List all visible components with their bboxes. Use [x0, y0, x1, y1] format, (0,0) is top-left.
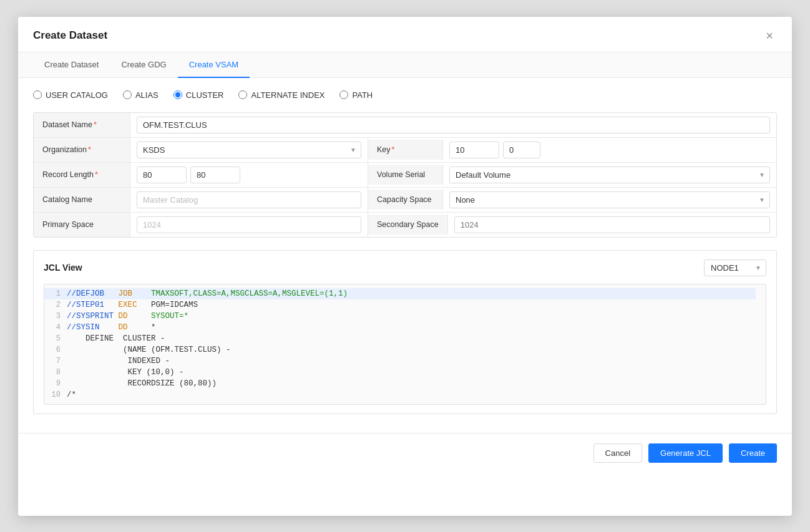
line-content-7: INDEXED -	[67, 357, 756, 365]
line-num-6: 6	[44, 346, 67, 354]
jcl-code-container[interactable]: 1 //DEFJOB JOB TMAXSOFT,CLASS=A,MSGCLASS…	[44, 284, 766, 405]
radio-label-user-catalog: USER CATALOG	[46, 90, 108, 100]
secondary-label: Secondary Space	[368, 215, 448, 235]
tab-create-dataset[interactable]: Create Dataset	[33, 52, 110, 78]
capacity-label: Capacity Space	[368, 190, 443, 210]
jcl-line-2: 2 //STEP01 EXEC PGM=IDCAMS	[44, 299, 756, 311]
radio-input-cluster[interactable]	[173, 90, 182, 99]
radio-alias[interactable]: ALIAS	[123, 90, 159, 100]
primary-label: Primary Space	[34, 213, 130, 237]
jcl-line-10: 10 /*	[44, 389, 756, 400]
line-num-3: 3	[44, 312, 67, 321]
radio-cluster[interactable]: CLUSTER	[173, 90, 224, 100]
reclen-field	[130, 163, 368, 187]
primary-input[interactable]	[137, 216, 361, 233]
jcl-line-9: 9 RECORDSIZE (80,80))	[44, 378, 756, 389]
vol-select-wrapper: Default Volume ▼	[449, 167, 770, 183]
reclen-input-2[interactable]	[190, 167, 240, 183]
jcl-line-4: 4 //SYSIN DD *	[44, 322, 756, 333]
line-content-6: (NAME (OFM.TEST.CLUS) -	[67, 346, 756, 354]
line-num-8: 8	[44, 368, 67, 377]
generate-jcl-button[interactable]: Generate JCL	[648, 443, 723, 463]
radio-alternate-index[interactable]: ALTERNATE INDEX	[238, 90, 324, 100]
capacity-select-wrapper: None CYL TRK REC KB MB ▼	[449, 191, 770, 208]
dataset-name-input[interactable]	[137, 117, 770, 133]
key-input-1[interactable]	[449, 142, 499, 158]
capacity-cell: Capacity Space None CYL TRK REC KB MB	[368, 188, 776, 212]
vol-field: Default Volume ▼	[443, 163, 776, 187]
dataset-name-field	[130, 113, 776, 137]
vol-select[interactable]: Default Volume	[449, 167, 770, 183]
form-section: Dataset Name * Organization * KSDS	[33, 112, 777, 238]
catalog-input[interactable]	[137, 191, 361, 208]
jcl-line-3: 3 //SYSPRINT DD SYSOUT=*	[44, 311, 756, 322]
line-content-2: //STEP01 EXEC PGM=IDCAMS	[67, 301, 756, 309]
jcl-section: JCL View NODE1 NODE2 ▼ 1 //DEFJOB JOB TM…	[33, 250, 777, 414]
secondary-cell: Secondary Space	[368, 213, 776, 237]
dataset-name-label: Dataset Name *	[34, 113, 130, 137]
org-select[interactable]: KSDS ESDS RRDS LDS	[137, 142, 361, 158]
org-key-row: Organization * KSDS ESDS RRDS LDS ▼	[34, 138, 776, 163]
modal-footer: Cancel Generate JCL Create	[18, 433, 792, 473]
line-num-7: 7	[44, 357, 67, 365]
radio-input-user-catalog[interactable]	[33, 90, 42, 99]
line-content-3: //SYSPRINT DD SYSOUT=*	[67, 312, 756, 321]
jcl-line-1: 1 //DEFJOB JOB TMAXSOFT,CLASS=A,MSGCLASS…	[44, 288, 756, 299]
reclen-label: Record Length *	[34, 163, 130, 187]
modal-title: Create Dataset	[33, 29, 107, 42]
line-num-9: 9	[44, 379, 67, 388]
primary-field	[130, 213, 368, 237]
line-num-4: 4	[44, 323, 67, 332]
required-star: *	[94, 120, 97, 129]
key-cell: Key *	[368, 138, 776, 162]
node-select[interactable]: NODE1 NODE2	[704, 259, 766, 276]
org-field: KSDS ESDS RRDS LDS ▼	[130, 138, 368, 162]
create-dataset-modal: Create Dataset × Create Dataset Create G…	[18, 17, 792, 516]
capacity-select[interactable]: None CYL TRK REC KB MB	[449, 191, 770, 208]
radio-input-path[interactable]	[339, 90, 348, 99]
key-field	[443, 138, 776, 162]
node-select-wrapper: NODE1 NODE2 ▼	[704, 259, 766, 276]
line-content-1: //DEFJOB JOB TMAXSOFT,CLASS=A,MSGCLASS=A…	[67, 289, 756, 298]
radio-input-alias[interactable]	[123, 90, 132, 99]
line-num-2: 2	[44, 301, 67, 309]
reclen-input-1[interactable]	[137, 167, 187, 183]
org-label: Organization *	[34, 138, 130, 162]
cancel-button[interactable]: Cancel	[593, 443, 642, 463]
modal-body: USER CATALOG ALIAS CLUSTER ALTERNATE IND…	[18, 78, 792, 427]
line-content-4: //SYSIN DD *	[67, 323, 756, 332]
primary-secondary-row: Primary Space Secondary Space	[34, 213, 776, 237]
line-num-5: 5	[44, 334, 67, 343]
line-content-5: DEFINE CLUSTER -	[67, 334, 756, 343]
radio-user-catalog[interactable]: USER CATALOG	[33, 90, 108, 100]
line-content-10: /*	[67, 390, 756, 399]
jcl-line-8: 8 KEY (10,0) -	[44, 367, 756, 378]
catalog-label: Catalog Name	[34, 188, 130, 212]
close-button[interactable]: ×	[762, 28, 777, 43]
modal-header: Create Dataset ×	[18, 17, 792, 52]
capacity-field: None CYL TRK REC KB MB ▼	[443, 188, 776, 212]
jcl-line-5: 5 DEFINE CLUSTER -	[44, 333, 756, 344]
catalog-field	[130, 188, 368, 212]
vol-label: Volume Serial	[368, 165, 443, 185]
jcl-line-6: 6 (NAME (OFM.TEST.CLUS) -	[44, 344, 756, 355]
key-label: Key *	[368, 140, 443, 160]
jcl-line-7: 7 INDEXED -	[44, 355, 756, 367]
tabs-row: Create Dataset Create GDG Create VSAM	[18, 52, 792, 78]
radio-label-alternate-index: ALTERNATE INDEX	[251, 90, 324, 100]
radio-group: USER CATALOG ALIAS CLUSTER ALTERNATE IND…	[33, 90, 777, 100]
radio-label-cluster: CLUSTER	[186, 90, 224, 100]
secondary-field	[448, 213, 776, 237]
reclen-vol-row: Record Length * Volume Serial Default Vo…	[34, 163, 776, 188]
tab-create-vsam[interactable]: Create VSAM	[178, 52, 250, 78]
tab-create-gdg[interactable]: Create GDG	[110, 52, 177, 78]
vol-cell: Volume Serial Default Volume ▼	[368, 163, 776, 187]
line-num-10: 10	[44, 390, 67, 399]
radio-input-alternate-index[interactable]	[238, 90, 247, 99]
catalog-capacity-row: Catalog Name Capacity Space None CYL	[34, 188, 776, 213]
create-button[interactable]: Create	[729, 443, 777, 463]
radio-path[interactable]: PATH	[339, 90, 373, 100]
key-input-2[interactable]	[503, 142, 540, 158]
line-num-1: 1	[44, 289, 67, 298]
secondary-input[interactable]	[454, 216, 770, 233]
